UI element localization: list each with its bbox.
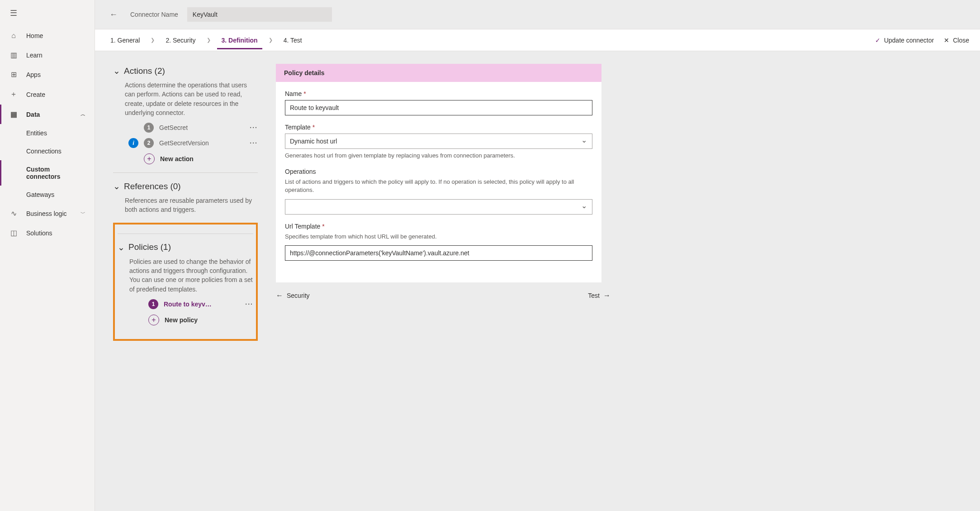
field-url-template: Url Template * Specifies template from w…: [285, 223, 592, 261]
hamburger-icon[interactable]: ☰: [0, 5, 95, 26]
action-label: GetSecret: [159, 124, 244, 131]
tab-general[interactable]: 1. General: [106, 31, 144, 49]
chevron-right-icon: ❯: [148, 37, 157, 43]
close-button[interactable]: ✕ Close: [944, 37, 969, 44]
name-input[interactable]: [285, 100, 592, 115]
action-item-getsecretversion[interactable]: i 2 GetSecretVersion ···: [113, 135, 258, 151]
prev-label: Security: [287, 292, 310, 299]
new-policy-button[interactable]: + New policy: [118, 312, 253, 328]
next-step-link[interactable]: Test →: [588, 291, 611, 300]
policy-label: Route to keyv…: [164, 301, 240, 308]
nav-home[interactable]: ⌂ Home: [0, 26, 95, 45]
plus-circle-icon: +: [148, 315, 159, 325]
actions-header[interactable]: ⌄ Actions (2): [113, 64, 258, 78]
policies-highlight-box: ⌄ Policies (1) Policies are used to chan…: [113, 223, 258, 341]
template-helper: Generates host url from given template b…: [285, 152, 592, 160]
tab-security[interactable]: 2. Security: [161, 31, 200, 49]
nav-custom-connectors[interactable]: Custom connectors: [0, 160, 95, 186]
header-bar: ← Connector Name: [95, 0, 980, 29]
references-header[interactable]: ⌄ References (0): [113, 179, 258, 193]
number-badge: 1: [144, 123, 154, 133]
nav-data[interactable]: ▦ Data ︿: [0, 105, 95, 124]
back-arrow-icon[interactable]: ←: [106, 10, 121, 19]
arrow-right-icon: →: [603, 291, 611, 300]
apps-icon: ⊞: [9, 70, 18, 79]
main-area: ← Connector Name 1. General ❯ 2. Securit…: [95, 0, 980, 511]
connector-name-label: Connector Name: [130, 11, 178, 18]
wizard-tabs: 1. General ❯ 2. Security ❯ 3. Definition…: [95, 29, 980, 51]
policy-item-route[interactable]: 1 Route to keyv… ···: [118, 296, 253, 312]
chevron-down-icon: ⌄: [118, 242, 125, 253]
prev-step-link[interactable]: ← Security: [276, 291, 310, 300]
more-icon[interactable]: ···: [250, 124, 258, 131]
nav-gateways[interactable]: Gateways: [0, 186, 95, 204]
policies-title: Policies (1): [128, 242, 171, 252]
field-operations: Operations List of actions and triggers …: [285, 168, 592, 214]
chevron-down-icon: ﹀: [80, 210, 85, 217]
update-label: Update connector: [884, 37, 934, 44]
more-icon[interactable]: ···: [245, 301, 253, 308]
home-icon: ⌂: [9, 32, 18, 40]
definition-sidebar: ⌄ Actions (2) Actions determine the oper…: [113, 64, 258, 341]
nav-connections[interactable]: Connections: [0, 142, 95, 160]
content-area: ⌄ Actions (2) Actions determine the oper…: [95, 51, 980, 353]
left-navigation: ☰ ⌂ Home ▥ Learn ⊞ Apps ＋ Create ▦ Data …: [0, 0, 95, 511]
template-label: Template *: [285, 124, 592, 131]
nav-label: Solutions: [26, 229, 52, 237]
tab-test[interactable]: 4. Test: [279, 31, 307, 49]
divider: [118, 234, 253, 234]
nav-business-logic[interactable]: ∿ Business logic ﹀: [0, 204, 95, 223]
references-description: References are reusable parameters used …: [113, 193, 258, 217]
chevron-down-icon: ⌄: [113, 66, 120, 76]
nav-solutions[interactable]: ◫ Solutions: [0, 223, 95, 243]
name-label: Name *: [285, 90, 592, 97]
plus-circle-icon: +: [144, 153, 155, 164]
references-section: ⌄ References (0) References are reusable…: [113, 179, 258, 217]
tab-definition[interactable]: 3. Definition: [217, 31, 262, 49]
nav-label: Home: [26, 32, 43, 39]
next-label: Test: [588, 292, 600, 299]
operations-label: Operations: [285, 168, 592, 175]
close-icon: ✕: [944, 37, 949, 44]
actions-title: Actions (2): [124, 66, 165, 76]
connector-name-input[interactable]: [187, 7, 332, 22]
new-action-label: New action: [160, 155, 258, 162]
nav-learn[interactable]: ▥ Learn: [0, 45, 95, 65]
policies-section: ⌄ Policies (1) Policies are used to chan…: [118, 240, 253, 328]
policies-header[interactable]: ⌄ Policies (1): [118, 240, 253, 254]
flow-icon: ∿: [9, 209, 18, 218]
actions-description: Actions determine the operations that us…: [113, 78, 258, 120]
checkmark-icon: ✓: [875, 37, 881, 44]
chevron-down-icon: ⌄: [113, 181, 120, 191]
nav-apps[interactable]: ⊞ Apps: [0, 65, 95, 84]
nav-label: Learn: [26, 52, 43, 59]
url-template-label: Url Template *: [285, 223, 592, 230]
action-item-getsecret[interactable]: 1 GetSecret ···: [113, 120, 258, 135]
nav-label: Apps: [26, 71, 41, 78]
book-icon: ▥: [9, 51, 18, 59]
nav-label: Data: [26, 111, 40, 118]
field-name: Name *: [285, 90, 592, 115]
chevron-right-icon: ❯: [266, 37, 275, 43]
close-label: Close: [953, 37, 969, 44]
policy-details-panel: Policy details Name * Template * Generat…: [276, 64, 601, 282]
url-template-helper: Specifies template from which host URL w…: [285, 233, 592, 241]
action-label: GetSecretVersion: [159, 139, 244, 147]
policies-description: Policies are used to change the behavior…: [118, 254, 253, 296]
more-icon[interactable]: ···: [250, 139, 258, 147]
number-badge: 1: [148, 299, 158, 309]
url-template-input[interactable]: [285, 245, 592, 261]
operations-select[interactable]: [285, 199, 592, 215]
wizard-footer-nav: ← Security Test →: [276, 282, 611, 304]
data-icon: ▦: [9, 110, 18, 119]
new-action-button[interactable]: + New action: [113, 151, 258, 167]
number-badge: 2: [144, 138, 154, 148]
chevron-up-icon: ︿: [80, 111, 85, 118]
nav-create[interactable]: ＋ Create: [0, 84, 95, 105]
update-connector-button[interactable]: ✓ Update connector: [875, 37, 934, 44]
nav-entities[interactable]: Entities: [0, 124, 95, 142]
chevron-right-icon: ❯: [204, 37, 213, 43]
field-template: Template * Generates host url from given…: [285, 124, 592, 160]
template-select[interactable]: [285, 134, 592, 149]
arrow-left-icon: ←: [276, 291, 283, 300]
